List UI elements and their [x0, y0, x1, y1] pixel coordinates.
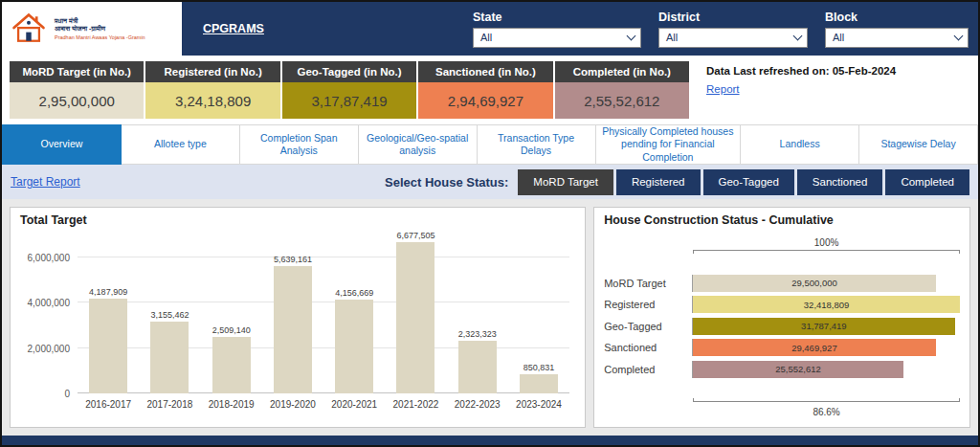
target-bar[interactable]	[396, 242, 434, 393]
tab-overview[interactable]: Overview	[2, 124, 122, 165]
tab-landless[interactable]: Landless	[741, 124, 859, 165]
status-bar[interactable]: 29,500,000	[693, 275, 936, 292]
y-axis-tick-label: 4,000,000	[20, 298, 70, 308]
district-filter-label: District	[658, 11, 808, 24]
status-bar-value: 29,500,000	[791, 278, 837, 288]
bar-value-label: 4,187,909	[89, 287, 127, 297]
top-percentage-annotation: 100%	[693, 233, 960, 254]
total-target-panel: Total Target 02,000,0004,000,0006,000,00…	[10, 207, 586, 428]
bar-value-label: 4,156,669	[335, 288, 373, 298]
tab-stagewise-delay[interactable]: Stagewise Delay	[859, 124, 978, 165]
bar-track: 31,787,419	[692, 318, 960, 335]
tab-allotee-type[interactable]: Allotee type	[122, 124, 240, 165]
bar-value-label: 2,509,140	[212, 325, 251, 335]
bar-track: 25,552,612	[692, 361, 960, 378]
bracket-line	[693, 250, 960, 254]
district-dropdown-value: All	[666, 32, 678, 43]
status-row: Completed25,552,612	[604, 361, 960, 378]
block-dropdown-value: All	[833, 32, 844, 43]
state-dropdown[interactable]: All	[473, 28, 641, 48]
kpi-value: 2,55,52,612	[555, 82, 689, 119]
kpi-value: 3,24,18,809	[145, 82, 279, 119]
construction-status-title: House Construction Status - Cumulative	[604, 213, 960, 227]
y-axis-tick-label: 0	[20, 389, 70, 399]
chevron-down-icon	[627, 31, 636, 40]
bar-value-label: 6,677,505	[396, 231, 434, 240]
chevron-down-icon	[954, 31, 964, 40]
status-bar[interactable]: 32,418,809	[693, 296, 960, 313]
kpi-card-completed: Completed (in No.) 2,55,52,612	[555, 61, 689, 119]
kpi-card-registered: Registered (in No.) 3,24,18,809	[145, 61, 279, 119]
bar-value-label: 3,155,462	[150, 310, 189, 320]
top-header: प्रधान मंत्री आवास योजना -ग्रामीण Pradha…	[2, 2, 978, 56]
x-axis-label: 2023-2024	[516, 393, 562, 411]
status-button-mord-target[interactable]: MoRD Target	[518, 169, 613, 195]
y-axis-tick-label: 2,000,000	[20, 344, 70, 354]
status-bar[interactable]: 31,787,419	[693, 318, 954, 335]
y-axis-tick-label: 6,000,000	[20, 253, 70, 263]
status-bar: Target Report Select House Status: MoRD …	[2, 165, 978, 199]
kpi-value: 2,95,00,000	[10, 82, 144, 119]
status-category-label: MoRD Target	[604, 278, 692, 289]
status-category-label: Completed	[604, 364, 692, 375]
status-button-geo-tagged[interactable]: Geo-Tagged	[703, 169, 794, 195]
bar-column: 3,155,4622017-2018	[146, 231, 192, 411]
status-category-label: Registered	[604, 299, 692, 310]
kpi-label: Sanctioned (in No.)	[418, 61, 552, 82]
report-link[interactable]: Report	[706, 83, 740, 95]
refresh-info: Data Last refreshed on: 05-Feb-2024 Repo…	[691, 61, 970, 119]
kpi-card-mord-target: MoRD Target (in No.) 2,95,00,000	[10, 61, 144, 119]
tab-physically-completed-pending-financial[interactable]: Physically Completed houses pending for …	[596, 124, 742, 165]
target-report-link[interactable]: Target Report	[11, 175, 80, 189]
logo-tagline: Pradhan Mantri Awaas Yojana -Gramin	[55, 34, 145, 40]
cpgrams-link[interactable]: CPGRAMS	[203, 22, 264, 35]
x-axis-label: 2018-2019	[209, 393, 255, 411]
status-button-registered[interactable]: Registered	[616, 169, 701, 195]
kpi-row: MoRD Target (in No.) 2,95,00,000 Registe…	[10, 61, 970, 119]
x-axis-label: 2017-2018	[146, 393, 192, 411]
block-dropdown[interactable]: All	[825, 28, 969, 48]
tab-geological-geo-spatial-analysis[interactable]: Geological/Geo-spatial analysis	[359, 124, 478, 165]
x-axis-label: 2019-2020	[270, 393, 316, 411]
kpi-card-geo-tagged: Geo-Tagged (in No.) 3,17,87,419	[282, 61, 416, 119]
bar-column: 6,677,5052021-2022	[393, 231, 439, 411]
status-button-completed[interactable]: Completed	[885, 169, 969, 195]
filter-bar: State All District All Block All	[473, 11, 978, 48]
bar-column: 850,8312023-2024	[516, 231, 562, 411]
kpi-label: Geo-Tagged (in No.)	[282, 61, 416, 82]
construction-status-panel: House Construction Status - Cumulative 1…	[593, 207, 970, 428]
target-bar[interactable]	[458, 341, 497, 393]
house-icon	[10, 11, 48, 47]
target-bar[interactable]	[335, 300, 373, 393]
logo-hindi-line2: आवास योजना -ग्रामीण	[55, 25, 145, 33]
status-row: Geo-Tagged31,787,419	[604, 318, 960, 335]
status-bar[interactable]: 25,552,612	[693, 361, 903, 378]
tab-transaction-type-delays[interactable]: Transaction Type Delays	[478, 124, 596, 165]
kpi-value: 3,17,87,419	[282, 82, 416, 119]
status-bar-value: 25,552,612	[775, 364, 821, 374]
status-button-sanctioned[interactable]: Sanctioned	[797, 169, 883, 195]
district-dropdown[interactable]: All	[658, 28, 808, 48]
target-bar[interactable]	[274, 266, 312, 393]
target-bar[interactable]	[89, 299, 127, 393]
kpi-value: 2,94,69,927	[418, 82, 552, 119]
status-bar[interactable]: 29,469,927	[693, 339, 935, 356]
status-category-label: Geo-Tagged	[604, 321, 692, 332]
target-bar[interactable]	[212, 337, 251, 393]
bar-column: 2,509,1402018-2019	[209, 231, 255, 411]
tab-completion-span-analysis[interactable]: Completion Span Analysis	[240, 124, 359, 165]
pmayg-dashboard: प्रधान मंत्री आवास योजना -ग्रामीण Pradha…	[2, 2, 978, 445]
kpi-label: Completed (in No.)	[555, 61, 689, 82]
x-axis-label: 2022-2023	[455, 393, 501, 411]
block-filter: Block All	[825, 11, 969, 48]
house-status-selector: Select House Status: MoRD Target Registe…	[385, 169, 969, 195]
block-filter-label: Block	[825, 11, 969, 24]
district-filter: District All	[658, 11, 808, 48]
bar-track: 29,500,000	[692, 275, 960, 292]
target-bar[interactable]	[150, 322, 189, 393]
chevron-down-icon	[793, 31, 803, 40]
logo-hindi-line1: प्रधान मंत्री	[55, 17, 145, 25]
bar-value-label: 850,831	[523, 363, 555, 372]
target-bar[interactable]	[520, 374, 558, 393]
kpi-label: Registered (in No.)	[145, 61, 279, 82]
